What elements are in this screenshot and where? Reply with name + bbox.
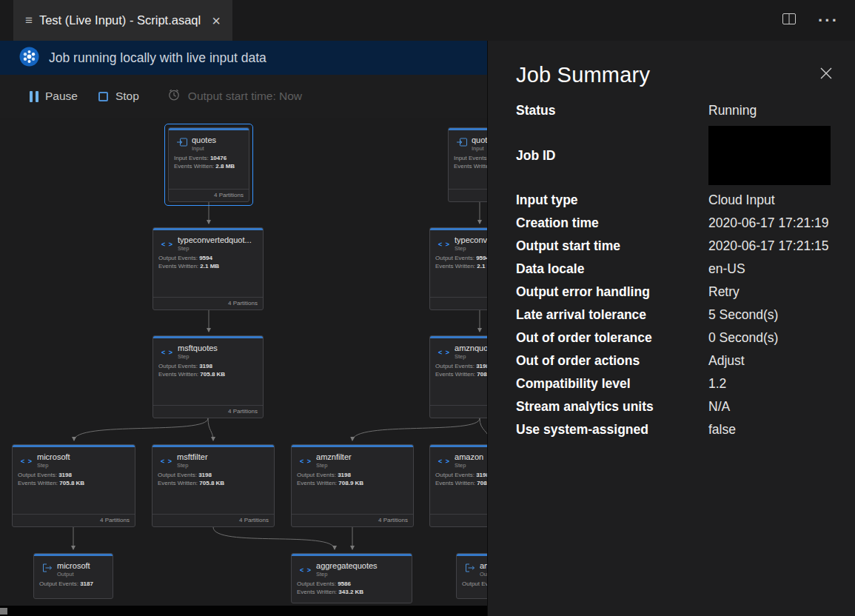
node-output-microsoft[interactable]: microsoftOutputOutput Events: 3187 — [33, 553, 113, 599]
node-step-msftquotes[interactable]: < >msftquotesStepOutput Events: 3198Even… — [152, 335, 264, 418]
node-input-quotes[interactable]: quotesInputInput Events: 10476Events Wri… — [168, 127, 249, 202]
script-file-icon: ≡ — [25, 13, 33, 28]
summary-label: Output start time — [516, 238, 708, 254]
summary-label: Job ID — [516, 148, 708, 164]
node-accent-strip — [169, 128, 249, 130]
node-accent-strip — [34, 554, 113, 556]
node-step-amznfilter[interactable]: < >amznfilterStepOutput Events: 3198Even… — [291, 444, 414, 527]
step-icon: < > — [438, 236, 450, 250]
summary-value: 5 Second(s) — [708, 307, 833, 323]
banner-message: Job running locally with live input data — [49, 50, 266, 66]
node-kind: Step — [177, 462, 208, 469]
summary-row-out-of-order-actions: Out of order actionsAdjust — [516, 353, 834, 369]
clock-icon — [167, 88, 181, 104]
node-stat: Events Written: 705.8 KB — [18, 480, 129, 488]
summary-row-out-of-order-tolerance: Out of order tolerance0 Second(s) — [516, 330, 834, 346]
node-step-typeconvertedquot[interactable]: < >typeconvertedquot...StepOutput Events… — [152, 227, 264, 310]
tab-test-live-input[interactable]: ≡ Test (Live Input) - Script.asaql × — [13, 0, 232, 41]
node-stat: Output Events: 9586 — [297, 580, 406, 589]
node-kind: Output — [57, 571, 90, 578]
close-icon[interactable] — [818, 65, 834, 84]
node-accent-strip — [153, 336, 263, 338]
step-icon: < > — [161, 236, 173, 250]
node-title: msftquotes — [178, 344, 218, 352]
summary-value: N/A — [708, 399, 833, 415]
more-actions-icon[interactable]: ··· — [818, 17, 839, 24]
node-partitions: 4 Partitions — [153, 405, 263, 418]
node-kind: Step — [37, 462, 70, 469]
pause-icon — [30, 91, 38, 102]
node-stat: Output Events: 3198 — [158, 472, 268, 480]
summary-row-status: StatusRunning — [516, 103, 834, 118]
node-kind: Step — [178, 245, 252, 252]
summary-value: Cloud Input — [708, 192, 833, 208]
node-stat: Output Events: 3187 — [39, 580, 107, 589]
node-kind: Step — [178, 353, 218, 360]
summary-row-late-arrival-tolerance: Late arrival tolerance5 Second(s) — [516, 307, 834, 323]
summary-label: Status — [516, 103, 708, 118]
summary-row-creation-time: Creation time2020-06-17 17:21:19 — [516, 215, 834, 231]
node-kind: Step — [455, 462, 483, 469]
node-title: amznfilter — [316, 452, 352, 461]
summary-label: Creation time — [516, 215, 708, 231]
horizontal-scrollbar-thumb[interactable] — [0, 608, 7, 615]
node-kind: Step — [316, 571, 378, 578]
output-icon — [42, 562, 53, 575]
step-icon: < > — [300, 562, 312, 575]
summary-row-compatibility-level: Compatibility level1.2 — [516, 376, 834, 392]
node-step-aggregatequotes[interactable]: < >aggregatequotesStepOutput Events: 958… — [291, 553, 412, 603]
node-step-microsoft[interactable]: < >microsoftStepOutput Events: 3198Event… — [12, 444, 135, 527]
node-stat: Input Events: 10476 — [174, 155, 243, 163]
summary-value: Running — [708, 103, 833, 118]
summary-row-job-id: Job ID — [516, 126, 834, 185]
summary-row-output-start-time: Output start time2020-06-17 17:21:15 — [516, 238, 834, 254]
node-title: aggregatequotes — [316, 561, 378, 570]
summary-value: 1.2 — [708, 376, 833, 392]
stop-button[interactable]: Stop — [98, 90, 139, 103]
node-partitions: 4 Partitions — [153, 297, 263, 309]
summary-label: Data locale — [516, 261, 708, 277]
node-stat: Output Events: 3198 — [297, 472, 407, 480]
step-icon: < > — [21, 453, 33, 466]
summary-row-stream-analytics-units: Stream analytics unitsN/A — [516, 399, 834, 415]
node-partitions: 4 Partitions — [292, 514, 413, 526]
node-title: amazon — [455, 452, 483, 461]
node-stat: Events Written: 2.8 MB — [174, 163, 243, 171]
step-icon: < > — [438, 453, 450, 466]
summary-value: 2020-06-17 17:21:15 — [708, 238, 833, 254]
step-icon: < > — [161, 344, 173, 358]
node-step-msftfilter[interactable]: < >msftfilterStepOutput Events: 3198Even… — [152, 444, 275, 527]
node-accent-strip — [292, 554, 412, 556]
output-icon — [465, 562, 475, 575]
vscode-editor-area: quotesInputInput Events: 10476Events Wri… — [0, 0, 855, 616]
stream-analytics-job-icon — [19, 47, 39, 70]
summary-label: Compatibility level — [516, 376, 708, 392]
node-stat: Events Written: 708.9 KB — [297, 480, 407, 488]
split-editor-icon[interactable] — [782, 13, 796, 27]
summary-label: Use system-assigned — [516, 422, 708, 438]
summary-row-output-error-handling: Output error handlingRetry — [516, 284, 834, 300]
node-partitions: 4 Partitions — [13, 514, 135, 526]
node-title: microsoft — [57, 561, 90, 570]
stop-icon — [98, 92, 108, 101]
pause-button[interactable]: Pause — [30, 90, 78, 103]
input-icon — [457, 136, 467, 150]
summary-label: Input type — [516, 192, 708, 208]
summary-value-redacted — [708, 126, 831, 185]
node-partitions: 4 Partitions — [152, 514, 274, 526]
job-summary-rows: StatusRunningJob IDInput typeCloud Input… — [516, 103, 834, 438]
summary-value: false — [708, 422, 833, 438]
node-stat: Output Events: 9594 — [158, 255, 257, 263]
summary-value: Adjust — [708, 353, 833, 369]
step-icon: < > — [300, 453, 312, 466]
tab-title: Test (Live Input) - Script.asaql — [39, 13, 201, 27]
node-stat: Events Written: 2.1 MB — [158, 263, 257, 271]
node-title: msftfilter — [177, 452, 208, 461]
node-title: microsoft — [37, 452, 70, 461]
summary-label: Out of order actions — [516, 353, 708, 369]
summary-row-use-system-assigned: Use system-assignedfalse — [516, 422, 834, 438]
summary-value: Retry — [708, 284, 833, 300]
summary-value: 0 Second(s) — [708, 330, 833, 346]
step-icon: < > — [161, 453, 172, 466]
close-icon[interactable]: × — [212, 13, 221, 28]
